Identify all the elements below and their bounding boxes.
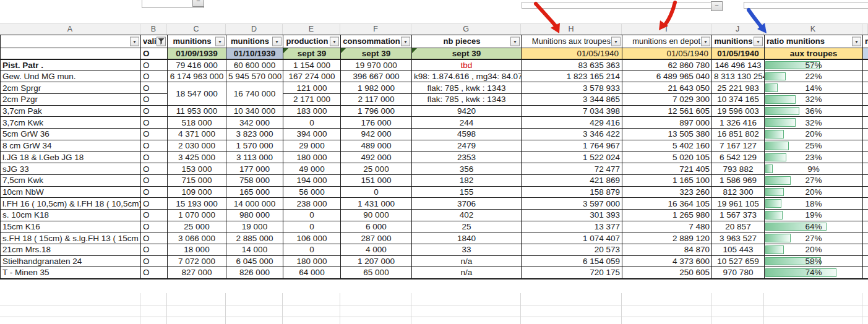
cell-nb-pieces[interactable]: 33 bbox=[412, 244, 522, 256]
cell-munitions-oct[interactable]: 826 000 bbox=[226, 267, 283, 279]
cell-munitions-sept[interactable]: 2 030 000 bbox=[168, 140, 226, 151]
cell-production[interactable]: 64 000 bbox=[283, 267, 341, 279]
cell-munitions-total[interactable]: 20 857 bbox=[712, 221, 765, 232]
cell-munitions-troupes[interactable]: 429 416 bbox=[522, 117, 622, 129]
cell-valid[interactable]: O bbox=[141, 82, 168, 94]
cell-valid[interactable]: O bbox=[141, 244, 168, 256]
cell-nb-pieces[interactable]: 155 bbox=[412, 186, 522, 198]
cell-munitions-troupes[interactable]: 1 764 967 bbox=[522, 140, 622, 151]
cell-weapon-name[interactable]: 2cm Sprgr bbox=[1, 82, 141, 94]
filter-applied-icon[interactable] bbox=[157, 36, 166, 46]
cell-weapon-name[interactable]: 15cm K16 bbox=[1, 221, 141, 232]
cell-munitions-sept[interactable]: 715 000 bbox=[168, 174, 226, 186]
cell-munitions-troupes[interactable]: 3 346 422 bbox=[522, 129, 622, 140]
cell-consommation[interactable]: 1 796 000 bbox=[341, 105, 412, 117]
cell-consommation[interactable]: 176 000 bbox=[341, 117, 412, 129]
subheader-date-may40-troupes[interactable]: 01/05/1940 bbox=[522, 48, 622, 59]
cell-production[interactable]: 121 000 bbox=[283, 82, 341, 94]
cell-valid[interactable]: O bbox=[141, 59, 168, 71]
cell-munitions-troupes[interactable]: 20 573 bbox=[522, 244, 622, 256]
cell-ratio[interactable]: 57% bbox=[765, 59, 863, 71]
filter-dropdown-icon[interactable] bbox=[754, 36, 763, 46]
filter-dropdown-icon[interactable] bbox=[611, 36, 621, 46]
cell-munitions-troupes[interactable]: 1 522 024 bbox=[522, 151, 622, 163]
cell-ratio[interactable]: 64% bbox=[765, 221, 863, 232]
cell-consommation[interactable]: 287 000 bbox=[341, 232, 412, 244]
cell-munitions-oct[interactable]: 3 823 000 bbox=[226, 129, 283, 140]
cell-nb-pieces[interactable]: n/a bbox=[412, 255, 522, 267]
cell-consommation[interactable]: 489 000 bbox=[341, 140, 412, 151]
cell-ratio[interactable]: 36% bbox=[765, 105, 863, 117]
filter-cell-production[interactable]: production bbox=[283, 35, 341, 48]
cell-nb-pieces[interactable]: 2353 bbox=[412, 151, 522, 163]
column-letter-G[interactable]: G bbox=[411, 24, 521, 35]
cell-nb-pieces[interactable]: 244 bbox=[412, 117, 522, 129]
filter-dropdown-icon[interactable] bbox=[215, 36, 225, 46]
filter-dropdown-icon[interactable] bbox=[701, 36, 710, 46]
cell-munitions-depot[interactable]: 16 364 105 bbox=[622, 198, 712, 210]
cell-weapon-name[interactable]: 7,5cm Kwk bbox=[1, 174, 141, 186]
cell-valid[interactable]: O bbox=[141, 70, 168, 82]
filter-cell-munitions-total[interactable]: munitions bbox=[712, 35, 765, 48]
cell-weapon-name[interactable]: Gew. Und MG mun. bbox=[1, 70, 141, 82]
cell-munitions-troupes[interactable]: 13 377 bbox=[522, 221, 622, 232]
cell-nb-pieces[interactable]: flak: 785 , kwk : 1343 bbox=[412, 82, 522, 94]
cell-nb-pieces[interactable]: n/a bbox=[412, 267, 522, 279]
cell-ratio[interactable]: 32% bbox=[765, 117, 863, 129]
cell-nb-pieces[interactable]: 9420 bbox=[412, 105, 522, 117]
cell-munitions-oct[interactable]: 10 340 000 bbox=[226, 105, 283, 117]
cell-munitions-total[interactable]: 19 961 105 bbox=[712, 198, 765, 210]
cell-weapon-name[interactable]: 21cm Mrs.18 bbox=[1, 244, 141, 256]
filter-dropdown-icon[interactable] bbox=[272, 36, 281, 46]
cell-munitions-total[interactable]: 812 300 bbox=[712, 186, 765, 198]
column-letter-B[interactable]: B bbox=[140, 24, 167, 35]
cell-munitions-oct[interactable]: 758 000 bbox=[226, 174, 283, 186]
cell-munitions-total[interactable]: 105 443 bbox=[712, 244, 765, 256]
cell-munitions-depot[interactable]: 62 860 780 bbox=[622, 59, 712, 71]
cell-production[interactable]: 167 274 000 bbox=[283, 70, 341, 82]
cell-munitions-oct[interactable]: 60 600 000 bbox=[226, 59, 283, 71]
column-letter-K[interactable]: K bbox=[764, 24, 862, 35]
cell-munitions-sept[interactable]: 25 000 bbox=[168, 221, 226, 232]
cell-munitions-depot[interactable]: 7 480 bbox=[622, 221, 712, 232]
cell-weapon-name[interactable]: 10cm NbW bbox=[1, 186, 141, 198]
cell-munitions-troupes[interactable]: 6 154 059 bbox=[522, 255, 622, 267]
cell-munitions-troupes[interactable]: 158 879 bbox=[522, 186, 622, 198]
cell-munitions-total[interactable]: 1 586 969 bbox=[712, 174, 765, 186]
column-letter-I[interactable]: I bbox=[622, 24, 711, 35]
subheader-date-may40-depot[interactable]: 01/05/1940 bbox=[622, 48, 712, 59]
cell-munitions-total[interactable]: 793 882 bbox=[712, 163, 765, 175]
cell-munitions-total[interactable]: 10 527 659 bbox=[712, 255, 765, 267]
cell-munitions-troupes[interactable]: 421 869 bbox=[522, 174, 622, 186]
cell-ratio[interactable]: 27% bbox=[765, 174, 863, 186]
subheader-nb-pieces-month[interactable]: sept 39 bbox=[412, 48, 522, 59]
cell-production[interactable]: 180 000 bbox=[283, 255, 341, 267]
cell-munitions-sept[interactable]: 3 425 000 bbox=[168, 151, 226, 163]
cell-weapon-name[interactable]: 3,7cm Pak bbox=[1, 105, 141, 117]
cell-weapon-name[interactable]: 8 cm GrW 34 bbox=[1, 140, 141, 151]
cell-weapon-name[interactable]: l.FH 16 ( 10,5cm) & l.FH 18 ( 10,5cm) bbox=[1, 198, 141, 210]
cell-munitions-sept[interactable]: 3 066 000 bbox=[168, 232, 226, 244]
cell-weapon-name[interactable]: l.JG 18 & l.Geb JG 18 bbox=[1, 151, 141, 163]
cell-munitions-sept[interactable]: 18 547 000 bbox=[168, 82, 226, 105]
cell-consommation[interactable]: 90 000 bbox=[341, 209, 412, 221]
cell-munitions-sept[interactable]: 7 072 000 bbox=[168, 255, 226, 267]
cell-ratio[interactable]: 58% bbox=[765, 255, 863, 267]
cell-munitions-total[interactable]: 6 542 129 bbox=[712, 151, 765, 163]
cell-ratio[interactable]: 20% bbox=[765, 186, 863, 198]
cell-ratio[interactable]: 9% bbox=[765, 163, 863, 175]
cell-ratio[interactable]: 25% bbox=[765, 140, 863, 151]
cell-munitions-total[interactable]: 146 496 143 bbox=[712, 59, 765, 71]
cell-valid[interactable]: O bbox=[141, 198, 168, 210]
cell-munitions-total[interactable]: 7 167 127 bbox=[712, 140, 765, 151]
cell-munitions-depot[interactable]: 5 402 160 bbox=[622, 140, 712, 151]
cell-munitions-sept[interactable]: 15 193 000 bbox=[168, 198, 226, 210]
cell-munitions-depot[interactable]: 12 561 605 bbox=[622, 105, 712, 117]
subheader-production-month[interactable]: sept 39 bbox=[283, 48, 341, 59]
cell-munitions-depot[interactable]: 1 265 980 bbox=[622, 209, 712, 221]
cell-consommation[interactable]: 492 000 bbox=[341, 151, 412, 163]
cell-production[interactable]: 0 bbox=[283, 117, 341, 129]
cell-consommation[interactable]: 1 207 000 bbox=[341, 255, 412, 267]
cell-nb-pieces[interactable]: 3706 bbox=[412, 198, 522, 210]
cell-munitions-troupes[interactable]: 1 074 407 bbox=[522, 232, 622, 244]
